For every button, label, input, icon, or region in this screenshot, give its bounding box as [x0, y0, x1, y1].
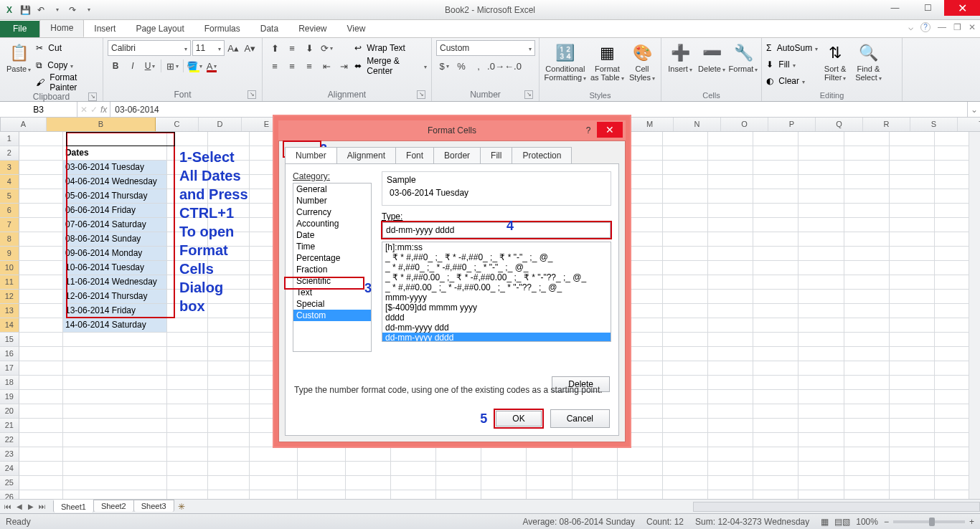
cell[interactable] [753, 290, 798, 304]
cell[interactable] [753, 361, 798, 376]
cell[interactable] [19, 290, 63, 304]
font-name-combo[interactable]: Calibri [108, 40, 191, 56]
find-select-button[interactable]: 🔍Find & Select [852, 40, 885, 90]
row-header[interactable]: 19 [0, 390, 19, 404]
tab-data[interactable]: Data [250, 21, 288, 37]
row-header[interactable]: 22 [0, 433, 19, 447]
name-box-input[interactable] [4, 105, 72, 115]
cell[interactable] [167, 376, 208, 390]
name-box[interactable] [0, 102, 77, 117]
cell[interactable] [798, 261, 844, 275]
cell[interactable] [844, 433, 890, 447]
cell[interactable] [798, 275, 844, 290]
row-header[interactable]: 6 [0, 204, 19, 218]
cell[interactable] [663, 419, 708, 433]
cell[interactable] [708, 347, 753, 361]
align-right-button[interactable]: ≡ [301, 58, 317, 74]
cell[interactable] [298, 476, 346, 490]
cell[interactable] [19, 146, 63, 161]
cell[interactable]: Dates [63, 146, 167, 161]
cell[interactable] [618, 476, 663, 490]
type-list-item[interactable]: [h]:mm:ss [382, 242, 611, 252]
cell[interactable] [798, 218, 844, 232]
cell[interactable] [708, 261, 753, 275]
cell[interactable] [890, 189, 935, 204]
category-item[interactable]: Special [293, 298, 371, 310]
cell[interactable] [798, 347, 844, 361]
cell[interactable] [663, 404, 708, 419]
cell[interactable] [708, 247, 753, 261]
cell[interactable] [798, 232, 844, 247]
cell[interactable] [844, 376, 890, 390]
qat-customize[interactable] [82, 4, 95, 16]
cell[interactable] [708, 433, 753, 447]
font-launcher[interactable]: ↘ [248, 90, 256, 99]
cell[interactable] [481, 462, 527, 476]
cell[interactable] [208, 390, 249, 404]
dialog-tab-font[interactable]: Font [395, 147, 434, 163]
cell[interactable] [19, 132, 63, 146]
qat-undo-icon[interactable]: ↶ [34, 4, 47, 16]
paste-button[interactable]: 📋 Paste [4, 40, 33, 90]
cell[interactable] [208, 318, 249, 333]
formula-bar-expand[interactable]: ⌄ [967, 102, 980, 117]
tab-insert[interactable]: Insert [84, 21, 126, 37]
cell[interactable] [19, 189, 63, 204]
clipboard-launcher[interactable]: ↘ [88, 92, 97, 101]
cell[interactable] [63, 390, 167, 404]
cell[interactable] [167, 132, 208, 146]
category-item[interactable]: Percentage [293, 252, 371, 264]
row-header[interactable]: 16 [0, 347, 19, 361]
tab-home[interactable]: Home [39, 19, 84, 37]
column-header-Q[interactable]: Q [816, 118, 863, 131]
cancel-button[interactable]: Cancel [550, 409, 610, 428]
cell[interactable] [208, 361, 249, 376]
cell[interactable] [798, 390, 844, 404]
sheet-nav[interactable]: ⏮◀▶⏭ [0, 502, 50, 510]
cell[interactable] [753, 146, 798, 161]
sheet-tab[interactable]: Sheet2 [93, 500, 134, 512]
cell[interactable] [63, 476, 167, 490]
dialog-tab-alignment[interactable]: Alignment [336, 147, 396, 163]
align-top-button[interactable]: ⬆ [267, 40, 283, 56]
percent-button[interactable]: % [453, 58, 469, 74]
cell[interactable] [798, 462, 844, 476]
cell[interactable] [844, 361, 890, 376]
cell[interactable] [753, 318, 798, 333]
cell[interactable] [63, 376, 167, 390]
cell[interactable] [708, 490, 753, 499]
cell[interactable] [844, 161, 890, 175]
workbook-minimize-icon[interactable]: — [938, 22, 946, 32]
cell[interactable] [208, 132, 249, 146]
dialog-tab-border[interactable]: Border [433, 147, 481, 163]
cell[interactable] [436, 476, 481, 490]
cell[interactable] [890, 433, 935, 447]
cell[interactable] [573, 476, 618, 490]
cell[interactable] [298, 447, 346, 462]
cell[interactable] [798, 290, 844, 304]
cell[interactable] [890, 161, 935, 175]
cell[interactable] [63, 404, 167, 419]
category-item[interactable]: Scientific [293, 275, 371, 287]
alignment-launcher[interactable]: ↘ [417, 90, 425, 99]
cell[interactable] [753, 333, 798, 347]
cell[interactable] [19, 247, 63, 261]
cell[interactable] [753, 304, 798, 318]
cell[interactable] [708, 189, 753, 204]
cell[interactable] [208, 462, 249, 476]
cell[interactable] [663, 318, 708, 333]
cell[interactable] [798, 333, 844, 347]
cell[interactable] [63, 447, 167, 462]
dialog-help-button[interactable]: ? [580, 123, 597, 138]
cell[interactable] [890, 146, 935, 161]
cell[interactable] [19, 376, 63, 390]
cell[interactable] [753, 189, 798, 204]
font-size-combo[interactable]: 11 [192, 40, 225, 56]
type-list-item[interactable]: _ ₹ * #,##0_ ;_ ₹ * -#,##0_ ;_ ₹ * "-"_ … [382, 252, 611, 262]
align-center-button[interactable]: ≡ [284, 58, 300, 74]
cell[interactable] [844, 476, 890, 490]
cell[interactable] [167, 347, 208, 361]
dialog-tab-number[interactable]: Number [285, 147, 337, 163]
cell[interactable] [19, 175, 63, 189]
cell[interactable] [663, 146, 708, 161]
